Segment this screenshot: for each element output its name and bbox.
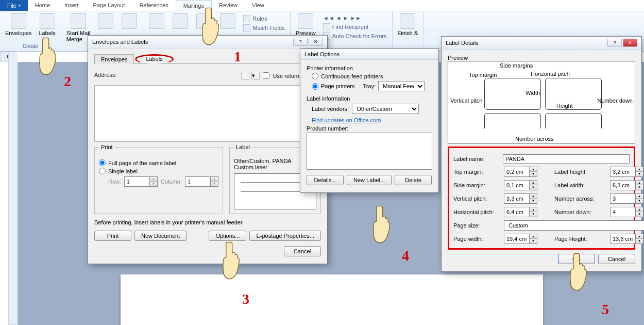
label-details-dialog: Label Details ?✕ Preview Side margins To… [441,36,642,272]
insertfield-icon [220,13,235,29]
address-block-button[interactable] [170,12,191,30]
match-icon [243,24,250,31]
tab-insert[interactable]: Insert [57,0,86,11]
delete-button[interactable]: Delete [395,175,432,185]
vpitch-input[interactable] [504,193,530,204]
hpitch-input[interactable] [504,207,530,217]
select-recipients-button[interactable] [95,12,116,30]
page-width-input[interactable] [504,234,530,244]
page-size-select[interactable]: Custom [504,220,644,231]
label-name-input[interactable] [503,154,630,164]
fullpage-radio[interactable] [99,159,106,166]
row-input [124,176,150,187]
highlight-merge-button[interactable] [146,12,167,30]
tab-references[interactable]: References [132,0,175,11]
tab-view[interactable]: View [245,0,272,11]
dlg1-title: Envelopes and Labels [92,39,148,45]
office-update-link[interactable]: Find updates on Office.com [312,117,381,123]
dlg3-title: Label Details [446,40,479,46]
use-return-checkbox[interactable] [263,72,269,79]
auto-check-button[interactable]: Auto Check for Errors [321,32,389,40]
cancel-button-3[interactable]: Cancel [598,254,635,264]
ok-button[interactable]: OK [558,254,595,264]
label-group-label: Label [234,144,252,150]
greeting-icon [196,13,212,29]
preview-label: Preview [448,55,635,61]
details-button[interactable]: Details... [307,175,344,185]
col-input [185,176,211,187]
ndown-input[interactable] [610,207,636,217]
label-fields-highlight: Label name: Top margin: ▲▼ Label height:… [448,147,635,250]
help-button[interactable]: ? [293,38,308,46]
tab-mailings[interactable]: Mailings [176,0,212,11]
editrecip-icon [122,13,137,29]
print-button[interactable]: Print [94,231,131,241]
vendors-select[interactable]: Other/Custom [352,104,419,114]
single-radio[interactable] [99,168,106,174]
tab-pagelayout[interactable]: Page Layout [86,0,132,11]
page [121,274,543,325]
top-margin-input[interactable] [504,167,530,177]
side-margin-input[interactable] [504,180,530,190]
continuous-radio[interactable] [312,73,318,79]
tab-envelopes[interactable]: Envelopes [94,54,134,64]
vertical-ruler [8,52,16,325]
page-radio[interactable] [312,83,318,90]
find-recipient-button[interactable]: Find Recipient [321,23,389,31]
page-height-input[interactable] [610,234,636,244]
dlg2-title: Label Options [304,51,340,57]
recipients-icon [98,13,113,29]
group-create-label: Create [23,42,38,50]
callout-5: 5 [602,301,609,318]
tab-labels[interactable]: Labels [135,54,173,64]
epostage-button[interactable]: E-postage Properties... [249,231,321,241]
nav-first-button[interactable]: ◄◄ ◄ ► ►► [321,14,389,22]
label-preview-diagram: Side margins Top margin Horizontal pitch… [448,61,635,143]
tab-file[interactable]: File [0,0,28,11]
new-document-button[interactable]: New Document [134,231,187,241]
close-button-3[interactable]: ✕ [623,39,637,47]
labels-button[interactable]: Labels [37,12,57,37]
close-button[interactable]: ✕ [309,38,323,46]
highlight-icon [149,13,164,29]
greeting-line-button[interactable] [194,12,214,30]
new-label-button[interactable]: New Label... [347,175,392,185]
cancel-button-1[interactable]: Cancel [284,246,321,256]
label-height-input[interactable] [610,167,636,177]
find-icon [323,23,330,30]
address-label: Address: [94,72,116,78]
labels-icon [40,13,55,29]
match-fields-button[interactable]: Match Fields [241,24,286,32]
label-options-dialog: Label Options Printer information Contin… [300,48,439,193]
dropdown-icon[interactable]: ▾ [251,72,260,80]
rules-button[interactable]: Rules [241,14,286,23]
print-group-label: Print [99,144,115,150]
product-list[interactable] [307,133,432,170]
options-button[interactable]: Options... [209,231,246,241]
label-info-label: Label information [307,95,432,102]
edit-recipients-button[interactable] [119,12,140,30]
insert-merge-field-button[interactable] [217,12,238,30]
callout-1: 1 [234,48,241,65]
printer-info-label: Printer information [307,65,432,71]
preview-icon [298,13,313,29]
envelopes-button[interactable]: Envelopes [3,12,33,37]
envelope-icon [11,13,26,29]
product-number-label: Product number: [307,125,432,132]
feeder-note: Before printing, insert labels in your p… [94,219,321,225]
finish-merge-button[interactable]: Finish & [396,12,420,37]
rules-icon [243,15,250,22]
nacross-input[interactable] [610,193,636,204]
addressbook-icon[interactable] [241,72,249,80]
tab-review[interactable]: Review [212,0,245,11]
callout-4: 4 [402,248,409,264]
finish-icon [400,13,415,29]
callout-3: 3 [242,291,249,307]
callout-2: 2 [64,73,71,90]
tray-select[interactable]: Manual Feed [378,81,425,91]
label-width-input[interactable] [610,180,636,190]
addressblock-icon [173,13,188,29]
tab-home[interactable]: Home [28,0,57,11]
address-textarea[interactable] [94,85,321,142]
help-button-3[interactable]: ? [607,39,622,47]
